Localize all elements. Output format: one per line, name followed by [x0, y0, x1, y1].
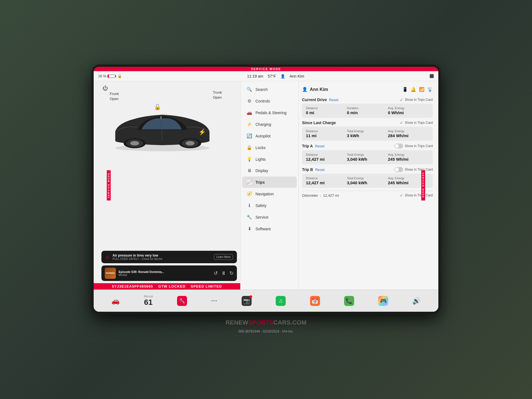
status-right: ⬛: [429, 74, 434, 78]
frunk-label: Frunk Open: [110, 91, 119, 101]
bluetooth-icon[interactable]: 📶: [419, 87, 424, 92]
camera-notification-dot: [249, 295, 252, 298]
phone-icon[interactable]: 📱: [402, 87, 408, 92]
vin-label: 5YJ3E1EA5PF465665: [112, 284, 153, 288]
temperature-display: 57°F: [268, 74, 276, 78]
menu-item-controls[interactable]: ⚙ Controls: [242, 95, 297, 107]
taskbar-wrench-button[interactable]: 🔧: [177, 296, 187, 306]
lights-icon: 💡: [247, 157, 252, 162]
trip-a-toggle-switch[interactable]: [394, 144, 403, 149]
trip-b-distance-label: Distance: [306, 177, 347, 180]
display-icon: 🖥: [247, 168, 252, 173]
alert-bar: ⚠ Air pressure in tires very low PULL OV…: [101, 251, 237, 263]
menu-item-pedals[interactable]: 🚗 Pedals & Steering: [242, 107, 297, 118]
taskbar-calendar-button[interactable]: 📅: [310, 296, 320, 306]
trip-b-reset-button[interactable]: Reset: [315, 168, 325, 172]
menu-item-service[interactable]: 🔧 Service: [242, 211, 297, 223]
brand-renew: RENEW: [226, 319, 248, 326]
trip-b-energy-label: Total Energy: [347, 177, 388, 180]
forward-button[interactable]: ↻: [229, 270, 234, 276]
learn-more-button[interactable]: Learn More: [214, 254, 233, 260]
pause-button[interactable]: ⏸: [221, 270, 226, 276]
rewind-button[interactable]: ↺: [214, 270, 218, 276]
right-content: 👤 Ann Kim 📱 🔔 📶 📡: [299, 81, 438, 203]
taskbar: 🚗 Manual 61 🔧 ··· 📷: [94, 290, 438, 312]
menu-item-lights[interactable]: 💡 Lights: [242, 154, 297, 165]
podcast-label: MORBID: [106, 272, 115, 275]
menu-item-navigation[interactable]: 🧭 Navigation: [242, 188, 297, 200]
trip-a-title-text: Trip A: [302, 144, 313, 148]
trip-b-section: Trip B Reset Show in Trips Card Distance: [302, 167, 433, 188]
trip-a-energy-value: 3,040 kWh: [347, 157, 388, 162]
service-mode-banner: SERVICE MODE: [94, 67, 438, 71]
car-icon: 🚗: [111, 297, 120, 305]
games-app-icon: 🎮: [378, 296, 388, 306]
trip-b-energy-value: 3,040 kWh: [347, 180, 388, 185]
user-action-icons: 📱 🔔 📶 📡: [402, 87, 433, 92]
bell-icon[interactable]: 🔔: [411, 87, 416, 92]
current-drive-toggle: ✓ Show in Trips Card: [400, 98, 433, 102]
trip-a-toggle[interactable]: Show in Trips Card: [394, 144, 433, 149]
taskbar-phone-button[interactable]: 📞: [344, 296, 354, 306]
frunk-status: Open: [110, 97, 119, 101]
trip-b-title-text: Trip B: [302, 167, 313, 172]
menu-label-software: Software: [255, 227, 271, 231]
menu-item-charging[interactable]: ⚡ Charging: [242, 119, 297, 130]
trip-b-energy: Total Energy 3,040 kWh: [347, 177, 388, 185]
menu-item-software[interactable]: ⬇ Software: [242, 223, 297, 234]
taskbar-more-button[interactable]: ···: [211, 298, 218, 304]
trip-b-toggle-switch[interactable]: [394, 167, 403, 172]
battery-fill: [108, 75, 109, 78]
user-avatar-icon: 👤: [302, 87, 308, 92]
main-content: SERVICE MODE ⏻ Frunk Open: [94, 81, 438, 290]
menu-item-display[interactable]: 🖥 Display: [242, 165, 297, 176]
menu-label-trips: Trips: [255, 180, 265, 185]
menu-item-safety[interactable]: ℹ Safety: [242, 200, 297, 211]
safety-icon: ℹ: [247, 203, 252, 208]
since-distance-value: 11 mi: [306, 133, 347, 138]
trip-a-energy-label: Total Energy: [347, 153, 388, 156]
trip-b-title: Trip B Reset: [302, 167, 325, 172]
trip-b-toggle[interactable]: Show in Trips Card: [394, 167, 433, 172]
trip-a-reset-button[interactable]: Reset: [315, 144, 324, 148]
gtw-label: GTW LOCKED: [158, 284, 186, 288]
svg-text:T: T: [160, 116, 162, 119]
trip-a-card: Distance 12,427 mi Total Energy 3,040 kW…: [302, 150, 433, 164]
speed-value-display: 61: [144, 298, 153, 307]
spotify-icon: ♫: [279, 298, 283, 304]
taskbar-volume-button[interactable]: 🔊: [412, 297, 421, 305]
menu-item-trips[interactable]: 📈 Trips: [242, 177, 297, 188]
media-subtitle: Morbid: [119, 273, 211, 277]
pedals-icon: 🚗: [247, 110, 252, 115]
user-icon: 👤: [280, 74, 285, 78]
wrench-app-icon: 🔧: [177, 296, 187, 306]
taskbar-car-button[interactable]: 🚗: [111, 297, 120, 305]
trips-icon: 📈: [247, 180, 252, 185]
games-icon: 🎮: [380, 298, 387, 304]
taskbar-games-button[interactable]: 🎮: [378, 296, 388, 306]
trip-a-distance: Distance 12,427 mi: [306, 153, 347, 162]
since-last-charge-title: Since Last Charge: [302, 121, 336, 125]
media-title: Episode 539: Ronald Dominiq...: [119, 270, 211, 273]
device-frame: SERVICE MODE 16 % 🔒 11:19 am 57°F 👤 Ann …: [91, 65, 441, 314]
taskbar-camera-button[interactable]: 📷: [242, 296, 252, 306]
menu-item-locks[interactable]: 🔒 Locks: [242, 142, 297, 153]
media-player: MORBID Episode 539: Ronald Dominiq... Mo…: [101, 265, 237, 281]
odometer-label-text: Odometer: [302, 193, 318, 198]
media-controls[interactable]: ↺ ⏸ ↻: [214, 270, 234, 276]
taskbar-spotify-button[interactable]: ♫: [276, 296, 286, 306]
odometer-toggle[interactable]: ✓ Show in Trips Card: [400, 193, 433, 198]
current-drive-checkmark: ✓: [400, 98, 403, 102]
menu-item-autopilot[interactable]: 🔄 Autopilot: [242, 130, 297, 142]
since-last-charge-title-text: Since Last Charge: [302, 121, 336, 125]
phone-app-icon: 📞: [344, 296, 354, 306]
menu-item-search[interactable]: 🔍 Search: [242, 84, 297, 95]
current-drive-header: Current Drive Reset ✓ Show in Trips Card: [302, 98, 433, 102]
menu-label-search: Search: [255, 87, 268, 92]
lock-icon: 🔒: [117, 74, 122, 78]
car-image: ⚡ T: [107, 105, 233, 156]
current-drive-reset-button[interactable]: Reset: [329, 98, 338, 102]
since-energy: Total Energy 3 kWh: [347, 129, 388, 138]
svg-point-5: [130, 141, 139, 145]
svg-text:⚡: ⚡: [198, 128, 206, 136]
